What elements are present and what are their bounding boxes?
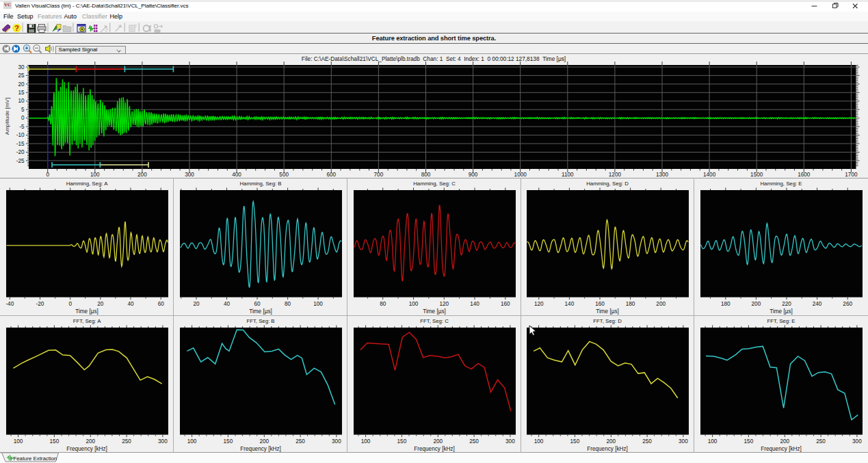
svg-text:File: C:\AE-Data\Schall21\VCL_: File: C:\AE-Data\Schall21\VCL_Platte\plb… — [302, 55, 566, 62]
svg-text:120: 120 — [534, 301, 544, 307]
svg-text:1200: 1200 — [609, 172, 622, 178]
svg-text:300: 300 — [185, 172, 194, 178]
svg-text:300: 300 — [679, 438, 688, 445]
svg-text:Time [µs]: Time [µs] — [249, 308, 272, 315]
svg-text:0: 0 — [46, 172, 49, 178]
svg-text:800: 800 — [421, 172, 431, 178]
svg-text:Time [µs]: Time [µs] — [75, 308, 98, 315]
svg-text:Hamming, Seg: D: Hamming, Seg: D — [587, 181, 629, 187]
svg-text:FFT, Seg: B: FFT, Seg: B — [246, 317, 274, 323]
svg-text:1600: 1600 — [798, 172, 811, 178]
svg-text:20: 20 — [97, 301, 104, 307]
svg-text:200: 200 — [607, 438, 616, 445]
svg-text:FFT, Seg: D: FFT, Seg: D — [594, 317, 622, 323]
svg-text:Amplitude [mV]: Amplitude [mV] — [4, 98, 10, 135]
svg-text:1400: 1400 — [703, 172, 716, 178]
svg-text:1700: 1700 — [845, 172, 858, 178]
svg-text:200: 200 — [86, 438, 95, 445]
svg-text:Frequency [kHz]: Frequency [kHz] — [414, 446, 455, 452]
svg-text:300: 300 — [158, 438, 168, 445]
svg-text:150: 150 — [50, 438, 60, 445]
svg-text:200: 200 — [752, 301, 761, 307]
svg-text:Hamming, Seg: E: Hamming, Seg: E — [761, 181, 802, 187]
svg-text:140: 140 — [565, 301, 575, 307]
svg-text:Time [µs]: Time [µs] — [596, 308, 620, 315]
svg-text:240: 240 — [813, 301, 822, 307]
svg-text:60: 60 — [158, 301, 165, 307]
svg-text:600: 600 — [326, 172, 336, 178]
svg-text:-40: -40 — [5, 301, 14, 307]
svg-text:1000: 1000 — [514, 172, 527, 178]
svg-text:Hamming, Seg: A: Hamming, Seg: A — [66, 181, 108, 187]
svg-text:300: 300 — [332, 438, 341, 445]
svg-text:250: 250 — [122, 438, 131, 445]
svg-text:20: 20 — [18, 81, 25, 88]
svg-text:200: 200 — [259, 438, 269, 445]
svg-text:250: 250 — [643, 438, 653, 445]
svg-text:1300: 1300 — [656, 172, 669, 178]
svg-text:10: 10 — [18, 98, 25, 104]
svg-text:300: 300 — [852, 438, 862, 445]
svg-text:200: 200 — [657, 301, 666, 307]
svg-text:140: 140 — [470, 301, 479, 307]
svg-text:220: 220 — [782, 301, 791, 307]
svg-text:-25: -25 — [16, 158, 25, 164]
svg-text:900: 900 — [469, 172, 478, 178]
svg-text:40: 40 — [127, 301, 134, 307]
svg-text:250: 250 — [816, 438, 826, 445]
svg-text:100: 100 — [360, 438, 370, 445]
svg-text:180: 180 — [626, 301, 635, 307]
svg-text:Time [µs]: Time [µs] — [770, 308, 793, 315]
svg-text:150: 150 — [223, 438, 233, 445]
svg-text:80: 80 — [285, 301, 291, 307]
svg-text:150: 150 — [397, 438, 406, 445]
svg-text:1100: 1100 — [562, 172, 574, 178]
svg-text:-20: -20 — [16, 149, 25, 155]
svg-text:100: 100 — [408, 301, 418, 307]
svg-text:100: 100 — [187, 438, 197, 445]
svg-text:Hamming, Seg: B: Hamming, Seg: B — [239, 181, 281, 187]
svg-text:15: 15 — [18, 90, 25, 96]
svg-text:40: 40 — [224, 301, 231, 307]
svg-text:5: 5 — [21, 107, 25, 113]
svg-text:1500: 1500 — [750, 172, 763, 178]
svg-text:150: 150 — [744, 438, 754, 445]
svg-text:Frequency [kHz]: Frequency [kHz] — [240, 446, 281, 452]
svg-text:260: 260 — [843, 301, 853, 307]
svg-text:FFT, Seg: A: FFT, Seg: A — [73, 317, 102, 323]
svg-text:-20: -20 — [36, 301, 44, 307]
svg-text:Time [µs]: Time [µs] — [423, 308, 446, 315]
svg-text:250: 250 — [295, 438, 305, 445]
svg-text:100: 100 — [534, 438, 544, 445]
svg-text:100: 100 — [14, 438, 23, 445]
svg-text:500: 500 — [279, 172, 289, 178]
svg-text:Frequency [kHz]: Frequency [kHz] — [66, 446, 107, 452]
svg-text:Frequency [kHz]: Frequency [kHz] — [761, 446, 802, 452]
svg-text:FFT, Seg: C: FFT, Seg: C — [420, 317, 449, 323]
svg-text:?: ? — [14, 24, 19, 32]
svg-text:700: 700 — [374, 172, 384, 178]
svg-text:30: 30 — [18, 64, 25, 70]
svg-text:80: 80 — [380, 301, 386, 307]
svg-text:300: 300 — [505, 438, 515, 445]
svg-text:0: 0 — [21, 115, 25, 121]
svg-text:-10: -10 — [16, 132, 25, 138]
svg-text:200: 200 — [780, 438, 790, 445]
svg-text:100: 100 — [90, 172, 100, 178]
svg-text:400: 400 — [232, 172, 241, 178]
svg-text:200: 200 — [433, 438, 443, 445]
svg-text:100: 100 — [313, 301, 323, 307]
svg-text:Frequency [kHz]: Frequency [kHz] — [588, 446, 629, 452]
svg-text:150: 150 — [570, 438, 580, 445]
svg-text:160: 160 — [501, 301, 510, 307]
svg-text:20: 20 — [193, 301, 200, 307]
svg-text:160: 160 — [596, 301, 605, 307]
svg-text:25: 25 — [18, 72, 25, 79]
svg-text:0: 0 — [68, 301, 72, 307]
svg-text:200: 200 — [137, 172, 147, 178]
svg-text:FFT, Seg: E: FFT, Seg: E — [767, 317, 795, 323]
svg-text:180: 180 — [721, 301, 731, 307]
svg-text:-5: -5 — [19, 124, 25, 130]
svg-text:250: 250 — [469, 438, 479, 445]
svg-text:120: 120 — [439, 301, 449, 307]
